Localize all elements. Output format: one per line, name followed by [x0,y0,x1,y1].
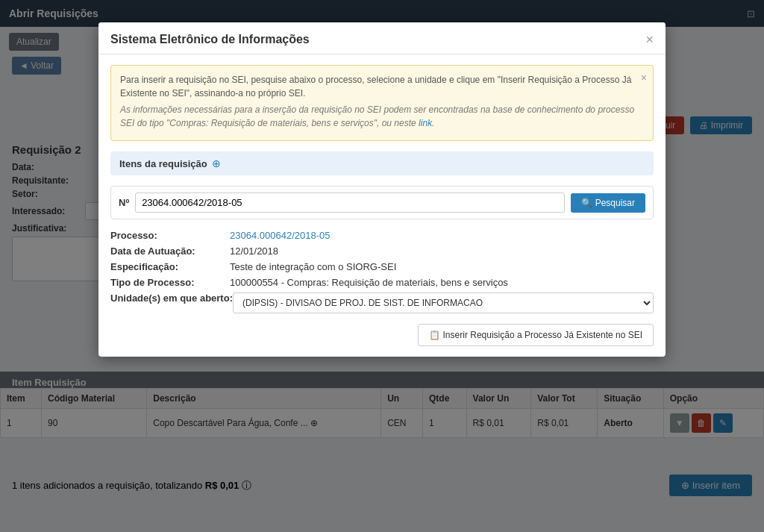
especificacao-row: Especificação: Teste de integração com o… [110,261,654,272]
tipo-processo-row: Tipo de Processo: 100000554 - Compras: R… [110,277,654,288]
search-label: Nº [119,197,129,208]
insert-btn-row: 📋 Inserir Requisição a Processo Já Exist… [110,324,654,346]
especificacao-value: Teste de integração com o SIORG-SEI [230,261,396,272]
section-box: Itens da requisição ⊕ [110,151,654,175]
data-atuacao-label: Data de Autuação: [110,245,230,257]
process-details: Processo: 23064.000642/2018-05 Data de A… [110,230,654,313]
unidades-label: Unidade(s) em que aberto: [110,292,233,304]
processo-link[interactable]: 23064.000642/2018-05 [230,230,330,241]
pesquisar-button[interactable]: 🔍 Pesquisar [571,193,645,213]
processo-label: Processo: [110,230,230,241]
inserir-requisicao-button[interactable]: 📋 Inserir Requisição a Processo Já Exist… [418,324,654,346]
unidades-select[interactable]: (DIPSIS) - DIVISAO DE PROJ. DE SIST. DE … [233,292,654,313]
modal-body: × Para inserir a requisição no SEI, pesq… [98,54,666,357]
data-atuacao-row: Data de Autuação: 12/01/2018 [110,245,654,257]
processo-value: 23064.000642/2018-05 [230,230,330,241]
modal-header: Sistema Eletrônico de Informações × [98,22,666,54]
section-expand-icon[interactable]: ⊕ [212,157,221,169]
search-row: Nº 🔍 Pesquisar [110,186,654,219]
tipo-processo-value: 100000554 - Compras: Requisição de mater… [230,277,508,288]
alert-text-2-content: As informações necessárias para a inserç… [120,104,634,128]
unidades-row: Unidade(s) em que aberto: (DIPSIS) - DIV… [110,292,654,313]
section-title: Itens da requisição [119,158,207,169]
sei-modal: Sistema Eletrônico de Informações × × Pa… [98,22,666,357]
tipo-processo-label: Tipo de Processo: [110,277,230,288]
modal-close-button[interactable]: × [645,33,654,46]
data-atuacao-value: 12/01/2018 [230,245,278,257]
alert-link[interactable]: link [419,118,432,128]
processo-row: Processo: 23064.000642/2018-05 [110,230,654,241]
alert-box: × Para inserir a requisição no SEI, pesq… [110,65,654,141]
unidades-select-wrapper: (DIPSIS) - DIVISAO DE PROJ. DE SIST. DE … [233,292,654,313]
alert-text-1: Para inserir a requisição no SEI, pesqui… [120,73,644,100]
alert-close-button[interactable]: × [641,72,647,84]
especificacao-label: Especificação: [110,261,230,272]
modal-title: Sistema Eletrônico de Informações [110,33,310,46]
search-input[interactable] [135,193,565,213]
alert-text-2: As informações necessárias para a inserç… [120,103,644,130]
modal-overlay: Sistema Eletrônico de Informações × × Pa… [0,0,764,532]
